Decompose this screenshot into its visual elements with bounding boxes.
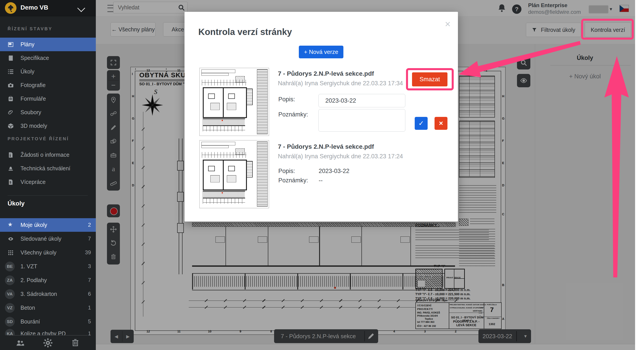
annotation-arrow-diagonal [458, 41, 581, 77]
annotation-arrows [0, 0, 644, 350]
annotation-arrow-vertical [604, 56, 629, 277]
app-root: Demo VB ŘÍZENÍ STAVBY Plány Specifikace … [0, 0, 644, 350]
